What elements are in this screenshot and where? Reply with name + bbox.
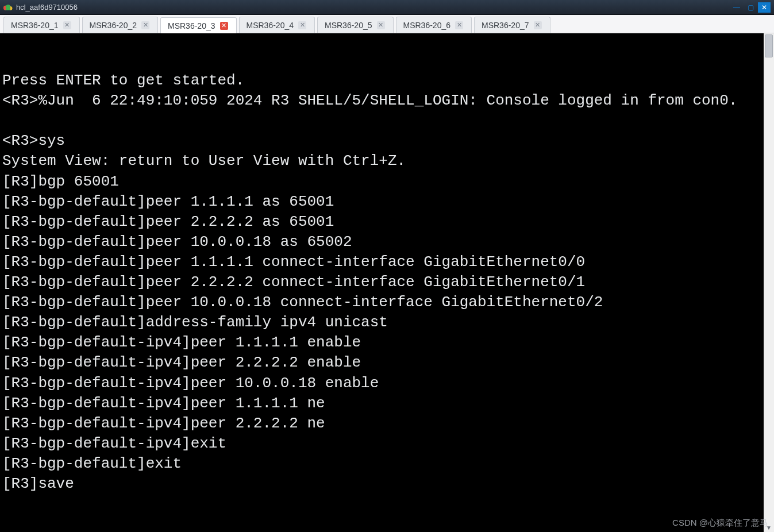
tab-label: MSR36-20_5 (325, 21, 372, 30)
tab-msr36-20-7[interactable]: MSR36-20_7✕ (474, 17, 550, 33)
window-title: hcl_aaf6d9710056 (16, 3, 730, 11)
tab-close-icon[interactable]: ✕ (141, 21, 149, 29)
tab-msr36-20-5[interactable]: MSR36-20_5✕ (317, 17, 394, 33)
app-cloud-icon (3, 3, 13, 12)
tab-label: MSR36-20_6 (403, 21, 451, 30)
scroll-thumb[interactable] (765, 34, 773, 57)
tab-msr36-20-1[interactable]: MSR36-20_1✕ (3, 17, 80, 33)
tab-close-icon[interactable]: ✕ (534, 21, 542, 29)
tab-label: MSR36-20_3 (168, 21, 215, 30)
terminal-area: Press ENTER to get started. <R3>%Jun 6 2… (0, 33, 774, 532)
vertical-scrollbar[interactable]: ▲ ▼ (764, 33, 774, 532)
tab-msr36-20-4[interactable]: MSR36-20_4✕ (239, 17, 315, 33)
window-controls: — ▢ ✕ (730, 2, 771, 13)
close-window-button[interactable]: ✕ (758, 2, 771, 13)
tab-close-icon[interactable]: ✕ (455, 21, 463, 29)
tab-label: MSR36-20_2 (90, 21, 137, 30)
tab-close-icon[interactable]: ✕ (220, 22, 228, 30)
tab-close-icon[interactable]: ✕ (63, 21, 71, 29)
tab-bar: MSR36-20_1✕MSR36-20_2✕MSR36-20_3✕MSR36-2… (0, 15, 774, 33)
scroll-down-arrow[interactable]: ▼ (764, 523, 774, 532)
tab-close-icon[interactable]: ✕ (298, 21, 306, 29)
tab-label: MSR36-20_7 (482, 21, 529, 30)
maximize-button[interactable]: ▢ (744, 2, 757, 13)
tab-label: MSR36-20_4 (247, 21, 294, 30)
tab-msr36-20-2[interactable]: MSR36-20_2✕ (82, 17, 159, 33)
title-bar: hcl_aaf6d9710056 — ▢ ✕ (0, 0, 774, 15)
tab-msr36-20-6[interactable]: MSR36-20_6✕ (396, 17, 472, 33)
tab-close-icon[interactable]: ✕ (377, 21, 385, 29)
tab-label: MSR36-20_1 (11, 21, 59, 30)
terminal-output[interactable]: Press ENTER to get started. <R3>%Jun 6 2… (0, 33, 764, 532)
minimize-button[interactable]: — (730, 2, 743, 13)
tab-msr36-20-3[interactable]: MSR36-20_3✕ (160, 17, 237, 33)
